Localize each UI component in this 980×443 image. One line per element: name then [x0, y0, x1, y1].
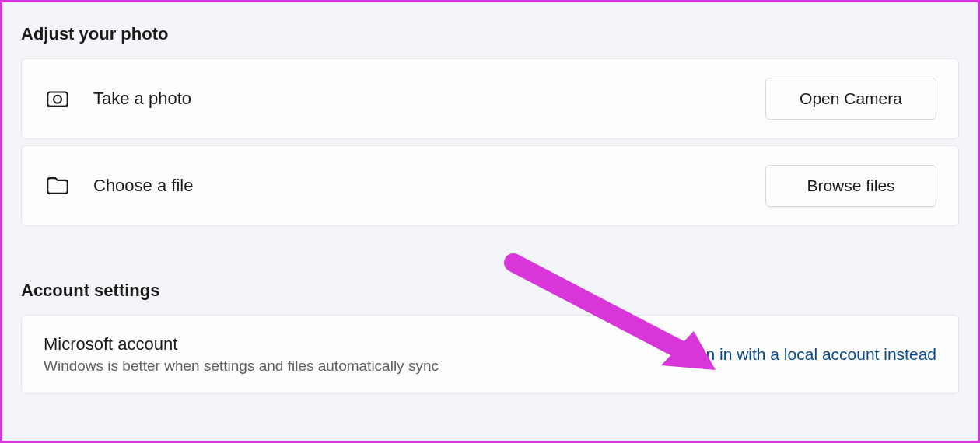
microsoft-account-subtitle: Windows is better when settings and file…: [44, 358, 439, 375]
choose-file-row: Choose a file Browse files: [21, 145, 959, 226]
choose-file-label: Choose a file: [93, 176, 193, 196]
svg-point-1: [54, 96, 61, 103]
microsoft-account-title: Microsoft account: [44, 334, 439, 354]
adjust-photo-heading: Adjust your photo: [21, 24, 959, 44]
svg-rect-0: [47, 92, 68, 106]
take-photo-label: Take a photo: [93, 89, 191, 109]
open-camera-button[interactable]: Open Camera: [765, 78, 936, 120]
take-photo-row: Take a photo Open Camera: [21, 58, 959, 139]
folder-icon: [44, 172, 72, 200]
browse-files-button[interactable]: Browse files: [765, 165, 936, 207]
microsoft-account-row: Microsoft account Windows is better when…: [21, 315, 959, 394]
local-account-link[interactable]: Sign in with a local account instead: [682, 345, 936, 364]
camera-icon: [44, 85, 72, 113]
account-settings-heading: Account settings: [21, 281, 959, 301]
